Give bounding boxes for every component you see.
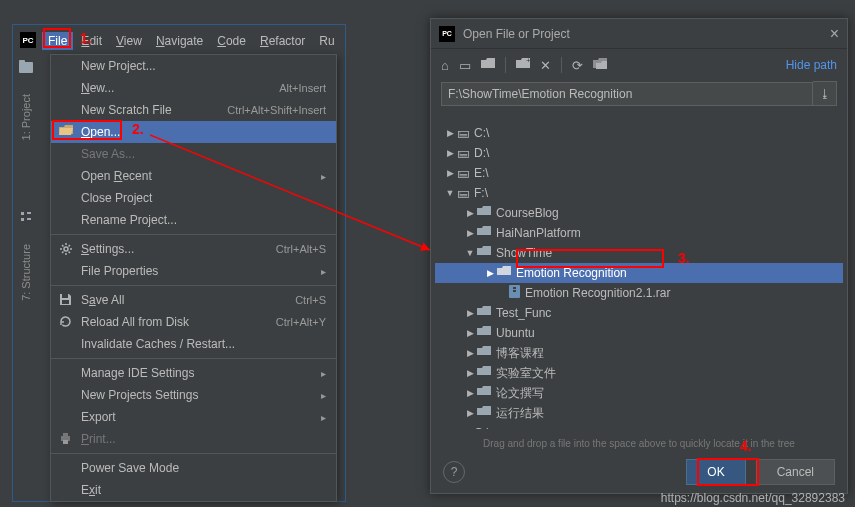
file-tree[interactable]: ▶🖴C:\ ▶🖴D:\ ▶🖴E:\ ▼🖴F:\ ▶CourseBlog ▶Hai… [435, 119, 843, 429]
folder-icon [497, 266, 511, 280]
menu-rename-project[interactable]: Rename Project... [51, 209, 336, 231]
folder-icon [477, 366, 491, 380]
cancel-button[interactable]: Cancel [756, 459, 835, 485]
open-folder-icon [59, 125, 73, 139]
tree-drive-f[interactable]: ▼🖴F:\ [435, 183, 843, 203]
home-icon[interactable]: ⌂ [441, 58, 449, 73]
path-input[interactable] [441, 82, 813, 106]
folder-icon [477, 346, 491, 360]
drive-icon: 🖴 [457, 426, 469, 429]
tree-drive-e[interactable]: ▶🖴E:\ [435, 163, 843, 183]
file-menu-popup: New Project... New...Alt+Insert New Scra… [50, 54, 337, 502]
drive-icon: 🖴 [457, 126, 469, 140]
menu-export[interactable]: Export▸ [51, 406, 336, 428]
tree-folder-emotion[interactable]: ▶Emotion Recognition [435, 263, 843, 283]
hide-path-link[interactable]: Hide path [786, 58, 837, 72]
open-file-dialog: PC Open File or Project × ⌂ ▭ + ✕ ⟳ Hide… [430, 18, 848, 494]
tree-folder[interactable]: ▶Ubuntu [435, 323, 843, 343]
tree-folder[interactable]: ▶博客课程 [435, 343, 843, 363]
help-button[interactable]: ? [443, 461, 465, 483]
app-icon: PC [20, 32, 36, 48]
folder-icon [477, 226, 491, 240]
menu-new-proj-settings[interactable]: New Projects Settings▸ [51, 384, 336, 406]
save-icon [59, 293, 72, 309]
dialog-close-icon[interactable]: × [830, 25, 839, 43]
svg-rect-14 [513, 287, 516, 289]
annotation-4: 4. [740, 438, 752, 454]
menu-save-all[interactable]: Save AllCtrl+S [51, 289, 336, 311]
delete-icon[interactable]: ✕ [540, 58, 551, 73]
svg-rect-2 [21, 212, 24, 215]
folder-icon [477, 306, 491, 320]
tree-drive-d[interactable]: ▶🖴D:\ [435, 143, 843, 163]
tree-drive-c[interactable]: ▶🖴C:\ [435, 123, 843, 143]
svg-text:+: + [526, 58, 530, 65]
menu-open[interactable]: Open... [51, 121, 336, 143]
tree-folder[interactable]: ▶实验室文件 [435, 363, 843, 383]
menu-view[interactable]: View [110, 32, 148, 50]
folder-icon [477, 386, 491, 400]
show-hidden-icon[interactable] [593, 58, 607, 73]
project-tool-label[interactable]: 1: Project [20, 94, 32, 140]
menu-open-recent[interactable]: Open Recent▸ [51, 165, 336, 187]
svg-rect-15 [513, 290, 516, 292]
svg-rect-1 [19, 60, 25, 63]
refresh-icon[interactable]: ⟳ [572, 58, 583, 73]
tree-file[interactable]: ▶Emotion Recognition2.1.rar [435, 283, 843, 303]
tree-folder[interactable]: ▶Test_Func [435, 303, 843, 323]
tree-folder[interactable]: ▶运行结果 [435, 403, 843, 423]
menu-new-scratch[interactable]: New Scratch FileCtrl+Alt+Shift+Insert [51, 99, 336, 121]
print-icon [59, 432, 72, 448]
svg-rect-5 [27, 218, 31, 220]
svg-rect-0 [19, 62, 33, 73]
structure-tool-label[interactable]: 7: Structure [20, 244, 32, 301]
menu-code[interactable]: Code [211, 32, 252, 50]
menu-new[interactable]: New...Alt+Insert [51, 77, 336, 99]
ok-button[interactable]: OK [686, 459, 745, 485]
drive-icon: 🖴 [457, 146, 469, 160]
reload-icon [59, 315, 72, 331]
dialog-title: Open File or Project [463, 27, 570, 41]
menu-exit[interactable]: Exit [51, 479, 336, 501]
svg-rect-10 [63, 433, 68, 436]
history-dropdown-icon[interactable]: ⭳ [813, 81, 837, 106]
menu-reload[interactable]: Reload All from DiskCtrl+Alt+Y [51, 311, 336, 333]
tree-folder[interactable]: ▶CourseBlog [435, 203, 843, 223]
menu-new-project[interactable]: New Project... [51, 55, 336, 77]
svg-rect-8 [62, 300, 69, 304]
settings-icon [59, 242, 73, 259]
menu-run[interactable]: Ru [313, 32, 340, 50]
menu-file[interactable]: File [42, 32, 73, 50]
menu-settings[interactable]: Settings...Ctrl+Alt+S [51, 238, 336, 260]
menu-manage-ide[interactable]: Manage IDE Settings▸ [51, 362, 336, 384]
menu-file-props[interactable]: File Properties▸ [51, 260, 336, 282]
tree-drive-g[interactable]: ▶🖴G:\ [435, 423, 843, 429]
svg-rect-7 [62, 294, 68, 298]
dialog-hint: Drag and drop a file into the space abov… [431, 438, 847, 449]
dialog-app-icon: PC [439, 26, 455, 42]
menu-power-save[interactable]: Power Save Mode [51, 457, 336, 479]
project-dir-icon[interactable] [481, 58, 495, 73]
folder-icon [477, 206, 491, 220]
tree-folder[interactable]: ▶论文撰写 [435, 383, 843, 403]
svg-rect-3 [27, 212, 31, 214]
folder-icon [477, 246, 491, 260]
menu-close-project[interactable]: Close Project [51, 187, 336, 209]
archive-icon [509, 285, 520, 301]
project-tool-icon[interactable] [19, 60, 33, 74]
svg-point-6 [64, 247, 68, 251]
menu-refactor[interactable]: Refactor [254, 32, 311, 50]
desktop-icon[interactable]: ▭ [459, 58, 471, 73]
drive-icon: 🖴 [457, 186, 469, 200]
folder-icon [477, 406, 491, 420]
structure-tool-icon[interactable] [19, 210, 33, 224]
tree-folder[interactable]: ▼ShowTime [435, 243, 843, 263]
annotation-3: 3. [678, 250, 690, 266]
menu-invalidate[interactable]: Invalidate Caches / Restart... [51, 333, 336, 355]
annotation-2: 2. [132, 121, 144, 137]
new-folder-icon[interactable]: + [516, 58, 530, 73]
svg-rect-4 [21, 218, 24, 221]
menu-navigate[interactable]: Navigate [150, 32, 209, 50]
tree-folder[interactable]: ▶HaiNanPlatform [435, 223, 843, 243]
watermark: https://blog.csdn.net/qq_32892383 [661, 491, 845, 505]
